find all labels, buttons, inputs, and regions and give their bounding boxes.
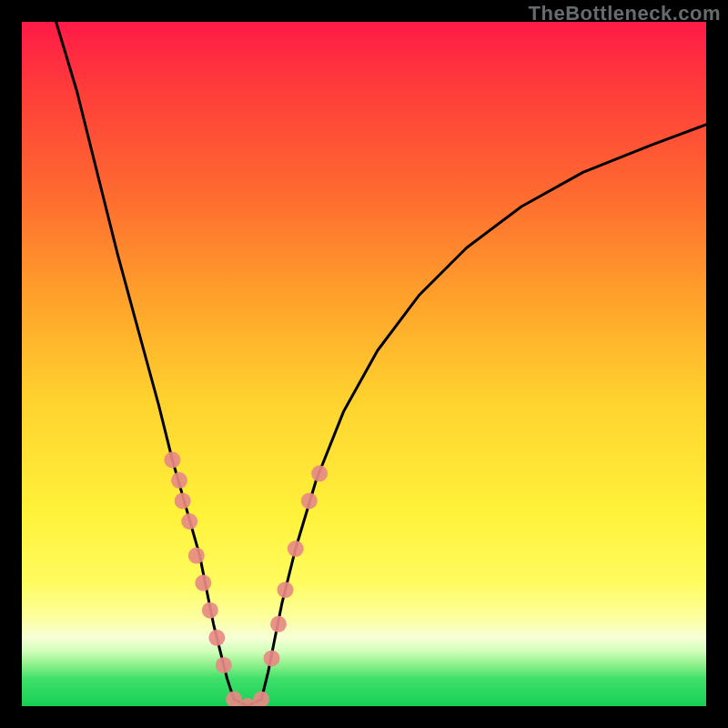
- plot-area: [22, 22, 706, 706]
- data-point: [226, 692, 242, 707]
- data-point: [301, 492, 318, 509]
- curve-layer: [22, 22, 706, 706]
- bottleneck-curve: [56, 22, 706, 706]
- data-point: [208, 630, 225, 646]
- data-point: [216, 657, 232, 673]
- data-point: [311, 465, 328, 481]
- data-point: [278, 581, 294, 598]
- data-point: [175, 492, 191, 509]
- data-point: [253, 692, 269, 707]
- chart-frame: TheBottleneck.com: [0, 0, 728, 728]
- data-point: [270, 616, 287, 632]
- data-point: [202, 602, 218, 619]
- curve-group: [56, 22, 706, 706]
- data-point: [181, 513, 197, 530]
- data-point: [264, 650, 280, 666]
- marker-group: [164, 451, 328, 706]
- data-point: [171, 472, 187, 489]
- data-point: [288, 541, 304, 557]
- data-point: [195, 575, 211, 592]
- data-point: [188, 548, 205, 564]
- data-point: [164, 451, 180, 468]
